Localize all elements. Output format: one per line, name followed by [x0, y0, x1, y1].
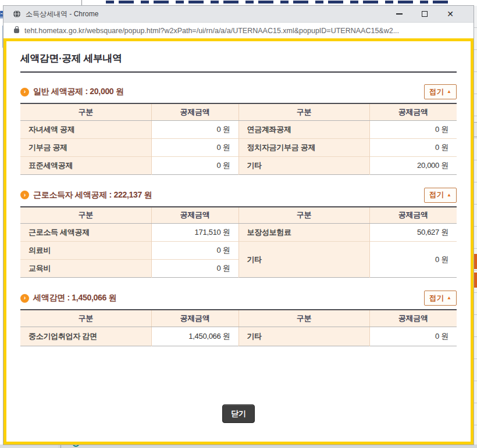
- column-header: 구분: [238, 103, 369, 120]
- row-label: 기타: [238, 327, 369, 346]
- row-value: 0 원: [151, 120, 238, 138]
- page-title: 세액감면·공제 세부내역: [20, 52, 457, 63]
- maximize-button[interactable]: [412, 6, 437, 21]
- collapse-arrow-icon: ▲: [447, 193, 451, 198]
- row-value: 0 원: [151, 138, 238, 156]
- close-button[interactable]: 닫기: [222, 404, 254, 423]
- window-title: 소득상세내역 - Chrome: [26, 9, 386, 19]
- earned-income-deduction-table: 구분 공제금액 구분 공제금액 근로소득 세액공제 171,510 원 보장성보…: [20, 206, 457, 278]
- section-header-general-deduction: › 일반 세액공제 : 20,000 원 접기 ▲: [20, 84, 457, 99]
- column-header: 공제금액: [369, 103, 457, 120]
- table-row: 기부금 공제 0 원 정치자금기부금 공제 0 원: [20, 138, 457, 156]
- close-window-button[interactable]: ✕: [437, 6, 463, 21]
- row-label: 보장성보험료: [238, 224, 369, 242]
- background-orange-button-fragment: [473, 254, 477, 269]
- section-bullet-icon: ›: [20, 191, 29, 199]
- row-label: 기부금 공제: [20, 138, 151, 156]
- row-value: 0 원: [151, 260, 238, 278]
- maximize-icon: [422, 11, 428, 17]
- background-orange-button-fragment: [473, 273, 477, 288]
- footer-button-row: 닫기: [20, 404, 457, 423]
- row-label: 자녀세액 공제: [20, 120, 151, 138]
- row-label: 정치자금기부금 공제: [238, 138, 369, 156]
- section-title: 근로소득자 세액공제 : 222,137 원: [33, 190, 152, 200]
- url-text: teht.hometax.go.kr/websquare/popup.html?…: [24, 27, 399, 35]
- section-header-tax-reduction: › 세액감면 : 1,450,066 원 접기 ▲: [20, 291, 457, 306]
- window-controls: ✕: [386, 6, 463, 21]
- lock-icon: [14, 28, 19, 33]
- row-label: 표준세액공제: [20, 156, 151, 174]
- tax-reduction-table: 구분 공제금액 구분 공제금액 중소기업취업자 감면 1,450,066 원 기…: [20, 309, 457, 346]
- table-header-row: 구분 공제금액 구분 공제금액: [20, 103, 457, 120]
- row-label: 근로소득 세액공제: [20, 224, 151, 242]
- background-teal-icon-fragment: [72, 445, 80, 447]
- general-deduction-table: 구분 공제금액 구분 공제금액 자녀세액 공제 0 원 연금계좌공제 0 원 기…: [20, 103, 457, 175]
- address-bar[interactable]: teht.hometax.go.kr/websquare/popup.html?…: [3, 22, 474, 38]
- table-header-row: 구분 공제금액 구분 공제금액: [20, 310, 457, 327]
- column-header: 구분: [20, 310, 151, 327]
- section-title: 일반 세액공제 : 20,000 원: [33, 87, 124, 97]
- background-clipped-text-fragment: [106, 1, 449, 3]
- row-value: 0 원: [369, 327, 457, 346]
- background-tab-fragment: [473, 122, 477, 137]
- background-page-bottom-strip: [0, 445, 477, 448]
- background-divider-fragment: [60, 445, 61, 448]
- row-value: 0 원: [369, 120, 457, 138]
- section-bullet-icon: ›: [20, 294, 29, 303]
- row-value: 20,000 원: [369, 156, 457, 174]
- column-header: 구분: [20, 207, 151, 224]
- table-header-row: 구분 공제금액 구분 공제금액: [20, 207, 457, 224]
- column-header: 구분: [238, 310, 369, 327]
- background-page-right-strip: [473, 6, 477, 445]
- table-row: 근로소득 세액공제 171,510 원 보장성보험료 50,627 원: [20, 224, 457, 242]
- section-title: 세액감면 : 1,450,066 원: [33, 293, 116, 303]
- column-header: 공제금액: [151, 207, 238, 224]
- row-value: 0 원: [151, 242, 238, 260]
- minimize-button[interactable]: [386, 6, 412, 21]
- title-divider: [20, 71, 457, 73]
- column-header: 공제금액: [369, 310, 457, 327]
- background-divider-fragment: [81, 0, 82, 6]
- background-page-top-strip: [0, 0, 477, 6]
- row-label: 연금계좌공제: [238, 120, 369, 138]
- window-titlebar: 소득상세내역 - Chrome ✕: [3, 6, 474, 22]
- column-header: 구분: [238, 207, 369, 224]
- column-header: 공제금액: [151, 103, 238, 120]
- table-row: 표준세액공제 0 원 기타 20,000 원: [20, 156, 457, 174]
- row-label: 의료비: [20, 242, 151, 260]
- column-header: 공제금액: [369, 207, 457, 224]
- popup-window: 소득상세내역 - Chrome ✕ teht.hometax.go.kr/web…: [3, 6, 474, 445]
- table-row: 중소기업취업자 감면 1,450,066 원 기타 0 원: [20, 327, 457, 346]
- section-bullet-icon: ›: [20, 88, 29, 96]
- row-label: 중소기업취업자 감면: [20, 327, 151, 346]
- row-value: 171,510 원: [151, 224, 238, 242]
- row-value: 0 원: [151, 156, 238, 174]
- collapse-button-general[interactable]: 접기 ▲: [424, 84, 457, 99]
- column-header: 공제금액: [151, 310, 238, 327]
- minimize-icon: [396, 13, 403, 15]
- collapse-arrow-icon: ▲: [447, 89, 451, 94]
- collapse-button-earned-income[interactable]: 접기 ▲: [424, 188, 457, 203]
- background-panel-fragment: [0, 445, 58, 448]
- column-header: 구분: [20, 103, 151, 120]
- collapse-label: 접기: [429, 87, 444, 97]
- row-value: 0 원: [369, 138, 457, 156]
- collapse-button-tax-reduction[interactable]: 접기 ▲: [424, 291, 457, 306]
- table-row: 자녀세액 공제 0 원 연금계좌공제 0 원: [20, 120, 457, 138]
- row-label: 기타: [238, 242, 369, 278]
- collapse-label: 접기: [429, 190, 444, 200]
- collapse-arrow-icon: ▲: [447, 296, 451, 300]
- row-value: 0 원: [369, 242, 457, 278]
- popup-content: 세액감면·공제 세부내역 › 일반 세액공제 : 20,000 원 접기 ▲ 구…: [3, 38, 474, 445]
- row-label: 교육비: [20, 260, 151, 278]
- row-value: 50,627 원: [369, 224, 457, 242]
- row-label: 기타: [238, 156, 369, 174]
- close-icon: ✕: [447, 10, 454, 18]
- collapse-label: 접기: [429, 293, 444, 303]
- section-header-earned-income: › 근로소득자 세액공제 : 222,137 원 접기 ▲: [20, 188, 457, 203]
- table-row: 의료비 0 원 기타 0 원: [20, 242, 457, 260]
- row-value: 1,450,066 원: [151, 327, 238, 346]
- globe-icon: [13, 10, 21, 18]
